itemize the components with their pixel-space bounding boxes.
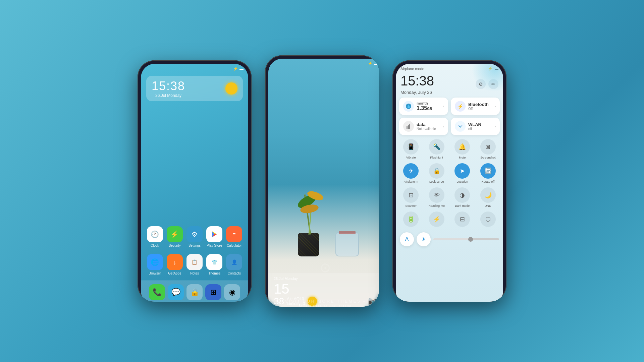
dock-screen[interactable]: ⊞ bbox=[205, 284, 221, 300]
data-card-arrow: › bbox=[443, 105, 444, 108]
bluetooth-card-arrow: › bbox=[495, 105, 496, 108]
app-getapps-label: GetApps bbox=[168, 272, 181, 275]
app-settings-label: Settings bbox=[189, 244, 201, 247]
left-screen: ⚡ ▬ 15:38 26.Jul Monday 🕐 Clock ⚡ bbox=[141, 64, 248, 302]
cast-icon: ⊟ bbox=[454, 212, 470, 227]
edit-icon-btn[interactable]: ✏ bbox=[488, 79, 498, 89]
mobile-data-card[interactable]: data Not available › bbox=[399, 118, 448, 135]
dock-vault[interactable]: 🔒 bbox=[186, 284, 203, 300]
scanner-icon: ⊡ bbox=[403, 187, 419, 203]
center-air-info: Air: AQI 0 lumidity: 0 bbox=[287, 297, 305, 306]
brightness-slider[interactable] bbox=[433, 238, 499, 240]
clock-time: 15:38 bbox=[152, 79, 185, 93]
flashlight-icon: 🔦 bbox=[429, 139, 444, 155]
darkmode-icon: ◑ bbox=[454, 187, 470, 203]
location-label: Location bbox=[457, 180, 468, 183]
mobile-data-icon bbox=[403, 121, 414, 132]
svg-rect-8 bbox=[408, 125, 409, 129]
center-humidity: lumidity: 0 bbox=[287, 301, 305, 306]
app-security[interactable]: ⚡ Security bbox=[166, 226, 183, 247]
app-browser-icon: 🌐 bbox=[147, 254, 163, 270]
left-status-bar: ⚡ ▬ bbox=[141, 64, 248, 72]
app-getapps-icon: ↓ bbox=[167, 254, 183, 270]
quick-toggles-row4: 🔋 ⚡ ⊟ ⬡ bbox=[396, 210, 503, 231]
vibrate-label: Vibrate bbox=[406, 156, 416, 159]
center-screen: ⚡ ▬ bbox=[268, 59, 379, 307]
center-air: Air: AQI 0 bbox=[287, 297, 305, 301]
toggle-location[interactable]: ➤ Location bbox=[451, 163, 474, 183]
bluetooth-card[interactable]: ⚡ Bluetooth Off › bbox=[451, 98, 500, 115]
dock-messages[interactable]: 💬 bbox=[168, 284, 184, 300]
flashlight-label: Flashlight bbox=[430, 156, 443, 159]
app-playstore-label: Play Store bbox=[207, 244, 222, 247]
rotate-icon: 🔄 bbox=[480, 163, 496, 179]
app-settings-icon: ⚙ bbox=[186, 226, 203, 242]
apps-grid-row2: 🌐 Browser ↓ GetApps 📋 Notes 👕 Themes 👤 bbox=[141, 249, 248, 281]
toggle-boost[interactable]: ⚡ bbox=[426, 212, 448, 228]
app-notes-icon: 📋 bbox=[186, 254, 203, 270]
toggle-flashlight[interactable]: 🔦 Flashlight bbox=[426, 139, 448, 159]
toggle-airplane[interactable]: ✈ Airplane m bbox=[400, 163, 422, 183]
dnd-label: DND bbox=[485, 204, 491, 207]
toggle-mute[interactable]: 🔔 Mute bbox=[451, 139, 474, 159]
right-time: 15:38 bbox=[400, 73, 434, 88]
toggle-scanner[interactable]: ⊡ Scanner bbox=[400, 187, 422, 207]
phones-container: ⚡ ▬ 15:38 26.Jul Monday 🕐 Clock ⚡ bbox=[138, 55, 506, 307]
control-cards: 💧 month 1.35GB › ⚡ Bluetooth Off bbox=[396, 98, 503, 138]
battery-saver-icon: 🔋 bbox=[403, 212, 419, 227]
center-temp-row: 38 Air: AQI 0 lumidity: 0 📷 bbox=[274, 296, 377, 307]
data-card-text: month 1.35GB bbox=[417, 101, 432, 111]
settings-icon-btn[interactable]: ⚙ bbox=[476, 79, 486, 89]
camera-icon[interactable]: 📷 bbox=[368, 297, 377, 305]
app-settings[interactable]: ⚙ Settings bbox=[186, 226, 203, 247]
toggle-cast[interactable]: ⊟ bbox=[451, 212, 474, 228]
dock-menu[interactable]: ◉ bbox=[224, 284, 240, 300]
app-security-icon: ⚡ bbox=[167, 226, 183, 242]
app-calculator[interactable]: = Calculator bbox=[226, 226, 243, 247]
app-contacts-label: Contacts bbox=[228, 272, 241, 275]
brightness-icon-button[interactable]: ☀ bbox=[417, 232, 431, 246]
toggle-nfc[interactable]: ⬡ bbox=[477, 212, 499, 228]
center-bottom-info: 26.Jul Monday 15 38 Air: AQI 0 lumidity:… bbox=[268, 273, 379, 307]
right-battery-icon: ▬ bbox=[495, 67, 498, 71]
wlan-card[interactable]: WLAN off › bbox=[451, 118, 500, 135]
brightness-a-button[interactable]: A bbox=[400, 232, 414, 246]
bluetooth-sub: Off bbox=[468, 107, 489, 111]
toggle-lockscreen[interactable]: 🔒 Lock scree bbox=[426, 163, 448, 183]
toggle-reading[interactable]: 👁 Reading mo bbox=[426, 187, 448, 207]
toggle-darkmode[interactable]: ◑ Dark mode bbox=[451, 187, 474, 207]
brightness-icon: ☀ bbox=[421, 236, 426, 243]
phone-right: Airplane mode ⚡ ▬ 15:38 Monday, July 26 … bbox=[392, 60, 506, 302]
app-getapps[interactable]: ↓ GetApps bbox=[166, 254, 183, 275]
toggle-dnd[interactable]: 🌙 DND bbox=[477, 187, 499, 207]
app-clock-icon: 🕐 bbox=[147, 226, 163, 242]
app-contacts[interactable]: 👤 Contacts bbox=[226, 254, 243, 275]
app-playstore[interactable]: Play Store bbox=[206, 226, 223, 247]
app-themes[interactable]: 👕 Themes bbox=[206, 254, 223, 275]
app-clock[interactable]: 🕐 Clock bbox=[146, 226, 163, 247]
brightness-row: A ☀ bbox=[396, 231, 503, 248]
scanner-label: Scanner bbox=[405, 204, 417, 207]
app-security-label: Security bbox=[169, 244, 181, 247]
app-notes[interactable]: 📋 Notes bbox=[186, 254, 203, 275]
right-screen: Airplane mode ⚡ ▬ 15:38 Monday, July 26 … bbox=[396, 64, 503, 302]
dock: 📞 💬 🔒 ⊞ ◉ bbox=[141, 281, 248, 302]
battery-icon: ▬ bbox=[239, 66, 244, 71]
vase-body bbox=[298, 233, 319, 256]
plant-scene bbox=[288, 163, 362, 256]
app-notes-label: Notes bbox=[190, 272, 199, 275]
app-browser[interactable]: 🌐 Browser bbox=[146, 254, 163, 275]
app-themes-icon: 👕 bbox=[206, 254, 222, 270]
phone-center: ⚡ ▬ bbox=[265, 55, 379, 307]
data-card[interactable]: 💧 month 1.35GB › bbox=[399, 98, 448, 115]
toggle-battery-saver[interactable]: 🔋 bbox=[400, 212, 422, 228]
center-battery-icon: ▬ bbox=[374, 62, 378, 66]
toggle-rotate[interactable]: 🔄 Rotate off bbox=[477, 163, 499, 183]
toggle-screenshot[interactable]: ⊠ Screenshot bbox=[477, 139, 499, 159]
toggle-vibrate[interactable]: 📳 Vibrate bbox=[400, 139, 422, 159]
app-contacts-icon: 👤 bbox=[226, 254, 242, 270]
dock-phone[interactable]: 📞 bbox=[149, 284, 165, 300]
mobile-data-arrow: › bbox=[443, 125, 444, 128]
clock-widget[interactable]: 15:38 26.Jul Monday bbox=[146, 76, 243, 101]
center-date: 26.Jul Monday bbox=[274, 277, 377, 281]
